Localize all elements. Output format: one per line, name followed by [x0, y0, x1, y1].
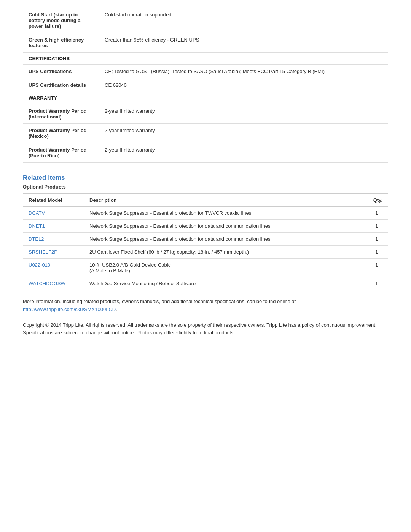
- related-description: Network Surge Suppressor - Essential pro…: [84, 233, 365, 246]
- related-model-link[interactable]: DNET1: [29, 223, 45, 229]
- related-model-link[interactable]: SRSHELF2P: [29, 249, 57, 255]
- related-description: Network Surge Suppressor - Essential pro…: [84, 220, 365, 233]
- related-description: WatchDog Service Monitoring / Reboot Sof…: [84, 277, 365, 290]
- related-model-link[interactable]: U022-010: [29, 262, 50, 268]
- more-info-paragraph: More information, including related prod…: [23, 298, 388, 314]
- spec-label: UPS Certification details: [23, 78, 99, 92]
- copyright-text: Copyright © 2014 Tripp Lite. All rights …: [23, 321, 388, 337]
- spec-value: 2-year limited warranty: [99, 104, 388, 124]
- related-qty: 1: [365, 233, 388, 246]
- related-model-link[interactable]: DCATV: [29, 210, 45, 216]
- related-table-row: DNET1Network Surge Suppressor - Essentia…: [23, 220, 388, 233]
- related-qty: 1: [365, 246, 388, 259]
- spec-label: Product Warranty Period (Puerto Rico): [23, 143, 99, 163]
- related-table-row: DCATVNetwork Surge Suppressor - Essentia…: [23, 207, 388, 220]
- spec-value: CE; Tested to GOST (Russia); Tested to S…: [99, 65, 388, 78]
- section-header-cell: WARRANTY: [23, 92, 388, 104]
- related-qty: 1: [365, 207, 388, 220]
- spec-value: CE 62040: [99, 78, 388, 92]
- spec-value: 2-year limited warranty: [99, 124, 388, 143]
- spec-label: UPS Certifications: [23, 65, 99, 78]
- more-info-link[interactable]: http://www.tripplite.com/sku/SMX1000LCD: [23, 307, 116, 312]
- optional-products-label: Optional Products: [23, 184, 388, 190]
- section-header-cell: CERTIFICATIONS: [23, 53, 388, 65]
- spec-label: Product Warranty Period (International): [23, 104, 99, 124]
- related-items-title: Related Items: [23, 174, 388, 182]
- spec-label: Cold Start (startup in battery mode duri…: [23, 8, 99, 33]
- col-header-qty: Qty.: [365, 194, 388, 207]
- related-description: 2U Cantilever Fixed Shelf (60 lb / 27 kg…: [84, 246, 365, 259]
- related-qty: 1: [365, 259, 388, 277]
- related-items-section: Related Items Optional Products Related …: [23, 174, 388, 290]
- spec-label: Green & high efficiency features: [23, 33, 99, 53]
- spec-value: 2-year limited warranty: [99, 143, 388, 163]
- related-table-row: WATCHDOGSWWatchDog Service Monitoring / …: [23, 277, 388, 290]
- spec-value: Greater than 95% efficiency - GREEN UPS: [99, 33, 388, 53]
- related-model-link[interactable]: WATCHDOGSW: [29, 281, 65, 286]
- related-table-row: SRSHELF2P2U Cantilever Fixed Shelf (60 l…: [23, 246, 388, 259]
- more-info-text: More information, including related prod…: [23, 299, 296, 304]
- related-qty: 1: [365, 277, 388, 290]
- related-description: Network Surge Suppressor - Essential pro…: [84, 207, 365, 220]
- spec-label: Product Warranty Period (Mexico): [23, 124, 99, 143]
- related-table-row: U022-01010-ft. USB2.0 A/B Gold Device Ca…: [23, 259, 388, 277]
- col-header-model: Related Model: [23, 194, 84, 207]
- related-description: 10-ft. USB2.0 A/B Gold Device Cable(A Ma…: [84, 259, 365, 277]
- specs-table: Cold Start (startup in battery mode duri…: [23, 8, 388, 163]
- related-model-link[interactable]: DTEL2: [29, 236, 44, 242]
- related-table-row: DTEL2Network Surge Suppressor - Essentia…: [23, 233, 388, 246]
- related-qty: 1: [365, 220, 388, 233]
- col-header-description: Description: [84, 194, 365, 207]
- related-table: Related Model Description Qty. DCATVNetw…: [23, 193, 388, 290]
- spec-value: Cold-start operation supported: [99, 8, 388, 33]
